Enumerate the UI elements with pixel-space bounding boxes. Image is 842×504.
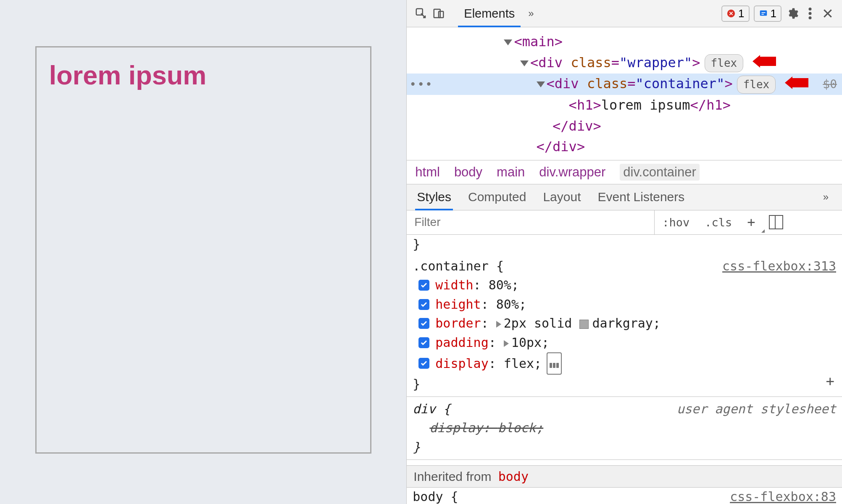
rule-source-link[interactable]: css-flexbox:83 (730, 489, 836, 504)
page-preview: lorem ipsum (0, 0, 406, 504)
styles-subtabs: Styles Computed Layout Event Listeners » (407, 184, 842, 210)
close-icon[interactable] (821, 7, 834, 20)
flex-badge[interactable]: flex (737, 76, 776, 93)
rule-selector[interactable]: div (413, 402, 435, 416)
styles-filter-input[interactable] (407, 210, 655, 234)
subtab-event-listeners[interactable]: Event Listeners (598, 184, 685, 210)
computed-panel-toggle-icon[interactable] (769, 215, 783, 229)
dom-tree[interactable]: <main> <div class="wrapper">flex ••• <di… (407, 27, 842, 160)
expand-icon[interactable] (504, 340, 509, 347)
decl-border[interactable]: border: 2px solid darkgray; (413, 314, 836, 333)
svg-rect-2 (439, 11, 443, 18)
tab-elements[interactable]: Elements (458, 0, 521, 27)
rule-selector[interactable]: .container (413, 259, 489, 273)
dollar-zero: $0 (823, 77, 837, 91)
svg-point-6 (809, 12, 812, 15)
arrow-annotation-icon (785, 74, 808, 95)
actions-icon[interactable]: ••• (409, 75, 433, 93)
styles-filter-row: :hov .cls + (407, 210, 842, 235)
color-swatch-icon[interactable] (579, 320, 589, 329)
inspect-icon[interactable] (414, 7, 428, 20)
checkbox-icon[interactable] (418, 337, 429, 348)
more-subtabs-icon[interactable]: » (820, 191, 832, 203)
breadcrumb: html body main div.wrapper div.container (407, 160, 842, 184)
crumb-wrapper[interactable]: div.wrapper (539, 165, 605, 180)
decl-padding[interactable]: padding: 10px; (413, 333, 836, 352)
svg-point-7 (809, 16, 812, 19)
arrow-annotation-icon (753, 53, 776, 74)
kebab-menu-icon[interactable] (803, 7, 817, 20)
add-declaration-icon[interactable]: + (826, 370, 834, 392)
decl-height[interactable]: height: 80%; (413, 295, 836, 314)
inherited-label: Inherited from (413, 470, 491, 483)
device-toggle-icon[interactable] (432, 7, 445, 20)
crumb-container[interactable]: div.container (620, 164, 699, 181)
error-count: 1 (738, 7, 744, 20)
svg-rect-1 (434, 9, 440, 18)
rule-selector[interactable]: body { (413, 489, 458, 504)
cls-toggle[interactable]: .cls (697, 210, 739, 234)
svg-point-5 (809, 8, 812, 10)
dom-close-div[interactable]: </div> (407, 116, 842, 137)
hov-toggle[interactable]: :hov (655, 210, 697, 234)
container-box: lorem ipsum (35, 46, 371, 454)
error-badge[interactable]: 1 (721, 5, 749, 22)
more-tabs-icon[interactable]: » (525, 8, 537, 19)
inherited-selector[interactable]: body (498, 469, 529, 484)
subtab-layout[interactable]: Layout (543, 184, 581, 210)
expand-icon[interactable] (496, 321, 501, 328)
heading-text: lorem ipsum (49, 60, 358, 90)
decl-display[interactable]: display: flex; (413, 352, 836, 375)
flex-editor-icon[interactable] (547, 352, 562, 375)
dom-node-h1[interactable]: <h1>lorem ipsum</h1> (407, 95, 842, 116)
checkbox-icon[interactable] (418, 358, 429, 369)
dom-close-div[interactable]: </div> (407, 136, 842, 158)
message-badge[interactable]: 1 (754, 5, 781, 22)
rule-body-peek[interactable]: body { css-flexbox:83 (407, 488, 842, 504)
decl-display-ua[interactable]: display: block; (413, 418, 836, 438)
decl-width[interactable]: width: 80%; (413, 276, 836, 295)
settings-icon[interactable] (786, 7, 799, 20)
inherited-from-row: Inherited from body (407, 466, 842, 488)
styles-body: } css-flexbox:313 .container { width: 80… (407, 235, 842, 466)
rule-container[interactable]: css-flexbox:313 .container { width: 80%;… (407, 254, 842, 397)
dom-node-wrapper[interactable]: <div class="wrapper">flex (407, 52, 842, 74)
checkbox-icon[interactable] (418, 280, 429, 291)
rule-source-ua: user agent stylesheet (677, 399, 836, 419)
devtools-toolbar: Elements » 1 1 (407, 0, 842, 27)
checkbox-icon[interactable] (418, 299, 429, 310)
subtab-styles[interactable]: Styles (417, 184, 451, 210)
crumb-main[interactable]: main (497, 165, 525, 180)
crumb-body[interactable]: body (454, 165, 482, 180)
message-count: 1 (771, 7, 776, 20)
dom-node-main[interactable]: <main> (407, 32, 842, 52)
dom-node-container[interactable]: ••• <div class="container">flex$0 (407, 74, 842, 95)
subtab-computed[interactable]: Computed (468, 184, 526, 210)
rule-source-link[interactable]: css-flexbox:313 (722, 257, 836, 276)
crumb-html[interactable]: html (415, 165, 440, 180)
new-style-rule-icon[interactable]: + (739, 210, 763, 234)
flex-badge[interactable]: flex (705, 54, 744, 72)
devtools-panel: Elements » 1 1 <main> <div class="wrappe… (406, 0, 842, 504)
rule-div-ua[interactable]: user agent stylesheet div { display: blo… (407, 397, 842, 460)
checkbox-icon[interactable] (418, 318, 429, 329)
